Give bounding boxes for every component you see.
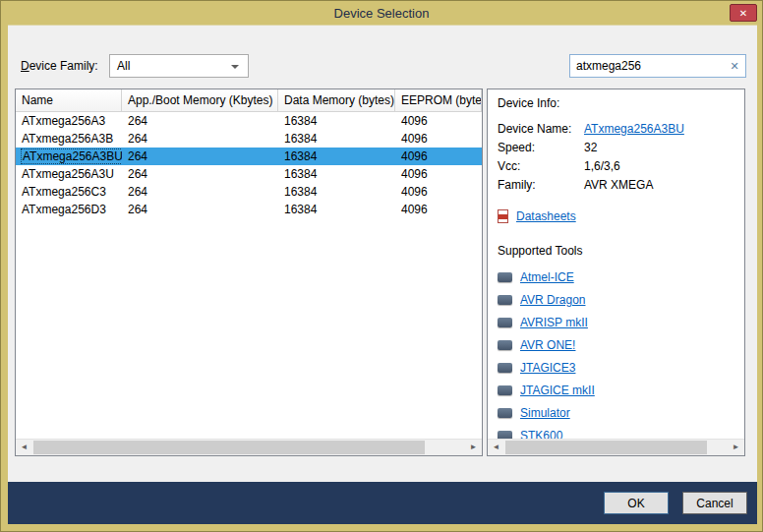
tool-link[interactable]: JTAGICE3 — [520, 361, 575, 375]
scroll-left-icon[interactable]: ◄ — [16, 440, 32, 455]
close-icon: ✕ — [739, 8, 747, 19]
device-table-body: ATxmega256A3264163844096ATxmega256A3B264… — [16, 112, 482, 439]
column-header-eeprom[interactable]: EEPROM (bytes) — [395, 89, 482, 111]
family-label: Family: — [498, 176, 584, 195]
table-cell: 16384 — [278, 165, 395, 183]
tool-item: Simulator — [498, 401, 734, 424]
scroll-right-icon[interactable]: ► — [728, 440, 744, 455]
datasheets-link[interactable]: Datasheets — [516, 209, 576, 223]
table-row[interactable]: ATxmega256A3B264163844096 — [16, 130, 482, 148]
table-row[interactable]: ATxmega256A3BU264163844096 — [16, 148, 482, 165]
table-cell: 16384 — [278, 201, 395, 218]
table-cell: 264 — [122, 183, 278, 201]
scrollbar-thumb[interactable] — [33, 441, 425, 454]
stk600-icon — [498, 431, 512, 440]
scrollbar-thumb[interactable] — [505, 441, 707, 454]
avr-one-icon — [498, 340, 512, 350]
table-cell: 16384 — [278, 183, 395, 201]
vcc-field: Vcc: 1,6/3,6 — [498, 157, 734, 176]
column-header-app-boot-memory[interactable]: App./Boot Memory (Kbytes) — [122, 89, 278, 111]
speed-field: Speed: 32 — [498, 139, 734, 157]
table-cell: ATxmega256A3U — [16, 165, 122, 183]
titlebar[interactable]: Device Selection — [1, 1, 762, 25]
jtagice-mkii-icon — [498, 385, 512, 395]
table-cell: 264 — [122, 148, 278, 165]
table-row[interactable]: ATxmega256A3264163844096 — [16, 112, 482, 130]
table-cell: 4096 — [395, 165, 482, 183]
ok-button[interactable]: OK — [604, 492, 669, 514]
table-cell: ATxmega256A3B — [16, 130, 122, 148]
table-cell: ATxmega256D3 — [16, 201, 122, 218]
table-cell: 264 — [122, 112, 278, 130]
column-header-data-memory[interactable]: Data Memory (bytes) — [278, 89, 395, 111]
tool-item: JTAGICE3 — [498, 356, 734, 379]
vcc-label: Vcc: — [498, 157, 584, 176]
table-cell: 264 — [122, 165, 278, 183]
info-horizontal-scrollbar[interactable]: ◄ ► — [488, 439, 744, 455]
chevron-down-icon — [231, 65, 239, 69]
clear-search-icon[interactable]: ✕ — [724, 60, 745, 73]
speed-label: Speed: — [498, 139, 584, 157]
table-row[interactable]: ATxmega256A3U264163844096 — [16, 165, 482, 183]
tool-link[interactable]: Atmel-ICE — [520, 270, 574, 284]
tool-link[interactable]: AVRISP mkII — [520, 316, 588, 329]
tool-item: AVRISP mkII — [498, 311, 734, 333]
avr-dragon-icon — [498, 295, 512, 305]
tool-link[interactable]: AVR Dragon — [520, 293, 585, 307]
simulator-icon — [498, 408, 512, 418]
device-name-label: Device Name: — [498, 120, 584, 139]
scroll-left-icon[interactable]: ◄ — [488, 440, 504, 455]
device-family-label: Device Family: — [21, 59, 98, 73]
supported-tools-list: Atmel-ICEAVR DragonAVRISP mkIIAVR ONE!JT… — [498, 266, 734, 439]
table-cell: 4096 — [395, 183, 482, 201]
column-header-name[interactable]: Name — [16, 89, 122, 111]
table-cell: 4096 — [395, 148, 482, 165]
datasheets-row: Datasheets — [498, 207, 734, 226]
table-cell: ATxmega256A3BU — [16, 148, 122, 165]
tool-item: JTAGICE mkII — [498, 379, 734, 401]
device-name-link[interactable]: ATxmega256A3BU — [584, 120, 684, 139]
table-cell: 16384 — [278, 148, 395, 165]
tool-item: Atmel-ICE — [498, 266, 734, 288]
window-title: Device Selection — [334, 6, 430, 21]
jtagice3-icon — [498, 363, 512, 373]
speed-value: 32 — [584, 139, 597, 157]
device-info-content: Device Info: Device Name: ATxmega256A3BU… — [488, 89, 744, 439]
tool-link[interactable]: JTAGICE mkII — [520, 384, 595, 397]
selected-cell-focus: ATxmega256A3BU — [22, 149, 122, 163]
vcc-value: 1,6/3,6 — [584, 157, 620, 176]
tool-link[interactable]: Simulator — [520, 406, 570, 420]
pdf-icon — [498, 209, 508, 223]
table-cell: 16384 — [278, 112, 395, 130]
table-header: Name App./Boot Memory (Kbytes) Data Memo… — [16, 89, 482, 112]
atmel-ice-icon — [498, 272, 512, 282]
device-family-value: All — [117, 59, 130, 73]
close-button[interactable]: ✕ — [730, 4, 757, 22]
device-table: Name App./Boot Memory (Kbytes) Data Memo… — [15, 89, 483, 456]
avrisp-mkii-icon — [498, 318, 512, 327]
scroll-right-icon[interactable]: ► — [465, 440, 482, 455]
search-box: ✕ — [569, 54, 746, 78]
table-cell: 4096 — [395, 201, 482, 218]
tool-link[interactable]: AVR ONE! — [520, 338, 575, 352]
device-selection-dialog: Device Selection ✕ Device Family: All ✕ … — [0, 0, 763, 532]
device-info-title: Device Info: — [498, 96, 734, 110]
device-family-dropdown[interactable]: All — [109, 54, 249, 78]
table-horizontal-scrollbar[interactable]: ◄ ► — [16, 439, 482, 455]
table-cell: 264 — [122, 130, 278, 148]
dialog-content: Device Family: All ✕ Name App./Boot Memo… — [8, 25, 757, 484]
cancel-button[interactable]: Cancel — [682, 492, 747, 514]
table-cell: ATxmega256C3 — [16, 183, 122, 201]
search-input[interactable] — [570, 55, 724, 77]
family-value: AVR XMEGA — [584, 176, 653, 195]
table-row[interactable]: ATxmega256C3264163844096 — [16, 183, 482, 201]
tool-item: STK600 — [498, 424, 734, 439]
family-field: Family: AVR XMEGA — [498, 176, 734, 195]
table-cell: 4096 — [395, 112, 482, 130]
table-cell: 4096 — [395, 130, 482, 148]
device-name-field: Device Name: ATxmega256A3BU — [498, 120, 734, 139]
tool-item: AVR Dragon — [498, 288, 734, 311]
tool-link[interactable]: STK600 — [520, 429, 562, 440]
table-cell: ATxmega256A3 — [16, 112, 122, 130]
table-row[interactable]: ATxmega256D3264163844096 — [16, 201, 482, 218]
